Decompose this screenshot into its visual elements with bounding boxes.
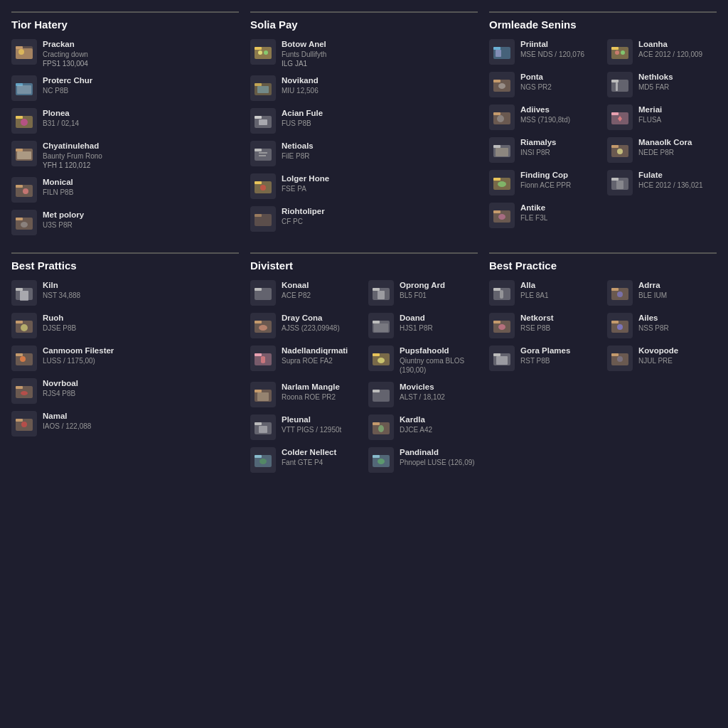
list-item[interactable]: Manaolk Cora NEDE P8R xyxy=(607,137,717,163)
item-info: Meriai FLUSA xyxy=(638,105,662,124)
list-item[interactable]: Kovopode NJUL PRE xyxy=(607,346,717,371)
item-sub: PLE 8A1 xyxy=(520,291,548,300)
folder-icon xyxy=(11,39,37,65)
list-item[interactable]: Riohtoliper CF PC xyxy=(250,206,478,232)
list-item[interactable]: Movicles ALST / 18,102 xyxy=(368,382,478,407)
list-item[interactable]: Pleunal VTT PIGS / 12950t xyxy=(250,414,360,440)
folder-icon xyxy=(607,105,633,130)
svg-rect-82 xyxy=(16,386,23,389)
list-item[interactable]: Adiives MSS (7190,8td) xyxy=(489,105,599,130)
item-sub: FLE F3L xyxy=(520,213,547,223)
item-info: Netkorst RSE P8B xyxy=(520,313,554,333)
list-item[interactable]: Ailes NSS P8R xyxy=(607,313,717,338)
item-sub: Phnopel LUSE (126,09) xyxy=(400,458,475,467)
list-item[interactable]: Alla PLE 8A1 xyxy=(489,280,599,306)
item-info: Prackan Cracting down FPS1 130,004 xyxy=(43,39,88,68)
list-item[interactable]: Canmoom Filester LUSS / 1175,00) xyxy=(11,346,239,371)
list-item[interactable]: Acian Fule FUS P8B xyxy=(250,108,478,134)
item-info: Nadellandiqrmati Supra ROE FA2 xyxy=(282,346,348,365)
list-item[interactable]: Nadellandiqrmati Supra ROE FA2 xyxy=(250,346,360,375)
list-item[interactable]: Proterc Chur NC P8B xyxy=(11,75,239,101)
svg-point-119 xyxy=(378,459,385,464)
list-item[interactable]: Loanha ACE 2012 / 120,009 xyxy=(607,39,717,65)
list-item[interactable]: Plonea B31 / 02,14 xyxy=(11,108,239,134)
svg-point-3 xyxy=(18,49,24,55)
list-item[interactable]: Kardla DJCE A42 xyxy=(368,414,478,440)
svg-rect-6 xyxy=(17,85,31,94)
section-ormleade-senins: Ormleade Senins Priintal MSE NDS / 120,0… xyxy=(489,11,717,235)
svg-point-77 xyxy=(21,324,28,331)
list-item[interactable]: Pupsfahoold Qiuntny coma BLOS (190,00) xyxy=(368,346,478,375)
item-sub: NST 34,888 xyxy=(43,291,80,300)
folder-icon xyxy=(250,141,276,166)
item-meta: YFH 1 120,012 xyxy=(43,161,102,170)
section-title-best-practice: Best Practice xyxy=(489,259,717,272)
item-sub: ALST / 18,102 xyxy=(400,392,445,402)
list-item[interactable]: Doand HJS1 P8R xyxy=(368,313,478,338)
item-sub: INSI P8R xyxy=(520,148,557,157)
list-item[interactable]: Meriai FLUSA xyxy=(607,105,717,130)
svg-point-113 xyxy=(378,425,384,432)
svg-point-9 xyxy=(21,119,28,126)
svg-point-44 xyxy=(621,50,625,55)
list-item[interactable]: Met polory U3S P8R xyxy=(11,210,239,235)
list-item[interactable]: Chyatinulehad Baunty Frum Rono YFH 1 120… xyxy=(11,141,239,170)
list-item[interactable]: Namal IAOS / 122,088 xyxy=(11,411,239,437)
svg-point-80 xyxy=(20,356,26,362)
svg-rect-112 xyxy=(373,422,380,425)
list-item[interactable]: Ruoh DJSE P8B xyxy=(11,313,239,338)
svg-point-128 xyxy=(498,324,505,330)
list-item[interactable]: Riamalys INSI P8R xyxy=(489,137,599,163)
svg-rect-127 xyxy=(493,321,500,323)
list-item[interactable]: Kiln NST 34,888 xyxy=(11,280,239,306)
list-item[interactable]: Adrra BLE IUM xyxy=(607,280,717,306)
item-name: Movicles xyxy=(400,382,445,392)
list-item[interactable]: Botow Anel Funts Dullifyth ILG JA1 xyxy=(250,39,478,68)
list-item[interactable]: Novikand MIU 12,506 xyxy=(250,75,478,101)
list-item[interactable]: Gora Plames RST P8B xyxy=(489,346,599,371)
section-title-divistert: Divistert xyxy=(250,259,478,272)
list-item[interactable]: Priintal MSE NDS / 120,076 xyxy=(489,39,599,65)
item-sub: IAOS / 122,088 xyxy=(43,422,91,431)
folder-icon xyxy=(250,346,276,371)
list-item[interactable]: Colder Nellect Fant GTE P4 xyxy=(250,447,360,473)
item-name: Colder Nellect xyxy=(282,447,336,458)
item-info: Doand HJS1 P8R xyxy=(400,313,433,333)
list-item[interactable]: Nethloks MD5 FAR xyxy=(607,72,717,97)
svg-rect-122 xyxy=(500,290,503,299)
item-name: Namal xyxy=(43,411,91,422)
list-item[interactable]: Lolger Hone FSE PA xyxy=(250,173,478,199)
list-item[interactable]: Netkorst RSE P8B xyxy=(489,313,599,338)
folder-icon xyxy=(489,170,515,196)
list-item[interactable]: Pandinald Phnopel LUSE (126,09) xyxy=(368,447,478,473)
list-item[interactable]: Monical FILN P8B xyxy=(11,177,239,203)
svg-rect-91 xyxy=(378,291,385,299)
item-sub: RSE P8B xyxy=(520,323,554,333)
svg-point-64 xyxy=(498,181,506,187)
folder-icon xyxy=(250,39,276,65)
item-name: Dray Cona xyxy=(282,313,340,323)
list-item[interactable]: Finding Cop Fionn ACE PPR xyxy=(489,170,599,196)
item-info: Gora Plames RST P8B xyxy=(520,346,570,365)
list-item[interactable]: Ponta NGS PR2 xyxy=(489,72,599,97)
svg-point-125 xyxy=(617,291,623,297)
list-item[interactable]: Antike FLE F3L xyxy=(489,203,599,228)
item-name: Ruoh xyxy=(43,313,76,323)
item-sub: HJS1 P8R xyxy=(400,323,433,333)
item-name: Narlam Mangle xyxy=(282,382,340,392)
list-item[interactable]: Oprong Ard BL5 F01 xyxy=(368,280,478,306)
list-item[interactable]: Fulate HCE 2012 / 136,021 xyxy=(607,170,717,196)
list-item[interactable]: Dray Cona AJSS (223,09948) xyxy=(250,313,360,338)
svg-point-53 xyxy=(497,115,504,122)
list-item[interactable]: Prackan Cracting down FPS1 130,004 xyxy=(11,39,239,68)
list-item[interactable]: Konaal ACE P82 xyxy=(250,280,360,306)
list-item[interactable]: Novrboal RJS4 P8B xyxy=(11,378,239,404)
list-item[interactable]: Narlam Mangle Roona ROE PR2 xyxy=(250,382,360,407)
svg-rect-124 xyxy=(611,288,619,291)
svg-rect-130 xyxy=(611,321,619,323)
list-item[interactable]: Netioals FilE P8R xyxy=(250,141,478,166)
item-name: Kovopode xyxy=(638,346,678,356)
svg-point-22 xyxy=(264,50,268,55)
item-name: Chyatinulehad xyxy=(43,141,102,151)
item-sub: NSS P8R xyxy=(638,323,669,333)
